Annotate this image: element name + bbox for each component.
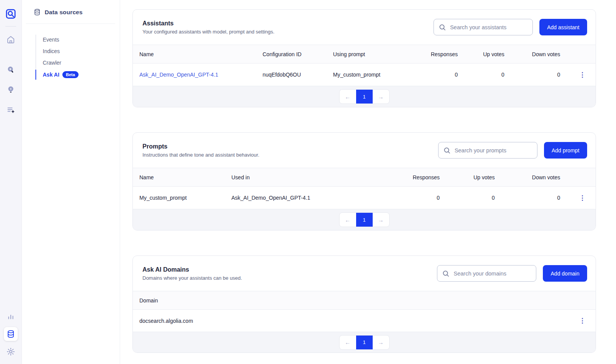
sidebar-item-label: Crawler: [43, 60, 61, 66]
assistant-using-prompt: My_custom_prompt: [333, 72, 408, 78]
search-nav-icon[interactable]: [4, 63, 18, 77]
prompt-name: My_custom_prompt: [133, 195, 231, 201]
assistants-pagination: ← 1 →: [133, 86, 596, 107]
domains-search-box[interactable]: [437, 265, 536, 282]
assistant-name-link[interactable]: Ask_AI_Demo_OpenAI_GPT-4.1: [139, 72, 218, 78]
assistants-search-box[interactable]: [434, 19, 533, 35]
prompts-card-header: Prompts Instructions that define tone an…: [133, 133, 596, 168]
prompts-subtitle: Instructions that define tone and assist…: [142, 152, 259, 158]
sidebar-divider: [26, 23, 115, 24]
enrichment-list-plus-icon[interactable]: [4, 103, 18, 117]
domains-search-input[interactable]: [454, 270, 531, 277]
prompts-title: Prompts: [142, 143, 259, 150]
sidebar-nav: Events Indices Crawler Ask AI Beta: [35, 34, 120, 81]
column-header: Up votes: [459, 51, 506, 57]
sidebar-header: Data sources: [22, 8, 120, 16]
column-header: Configuration ID: [263, 51, 333, 57]
column-header: Down votes: [506, 51, 562, 57]
algolia-logo[interactable]: [4, 7, 18, 21]
next-page-arrow-icon[interactable]: →: [373, 90, 389, 104]
assistants-card-header: Assistants Your configured assistants wi…: [133, 10, 596, 45]
rail-middle-group: [4, 63, 18, 117]
domains-subtitle: Domains where your assistants can be use…: [142, 275, 242, 281]
table-row: Ask_AI_Demo_OpenAI_GPT-4.1 nuqEfdobQ6OU …: [133, 63, 596, 86]
assistant-down-votes: 0: [506, 72, 562, 78]
prompts-card: Prompts Instructions that define tone an…: [132, 132, 596, 230]
column-header: Name: [133, 174, 231, 180]
search-icon: [439, 23, 446, 31]
add-prompt-button[interactable]: Add prompt: [544, 142, 587, 159]
sidebar-item-label: Indices: [43, 48, 60, 54]
table-row: docsearch.algolia.com ⋮: [133, 310, 596, 332]
column-header: Up votes: [441, 174, 496, 180]
sidebar-title: Data sources: [45, 9, 83, 16]
domains-card: Ask AI Domains Domains where your assist…: [132, 255, 596, 353]
sidebar-item-indices[interactable]: Indices: [35, 45, 120, 57]
prompts-pagination: ← 1 →: [133, 209, 596, 230]
assistants-title: Assistants: [142, 20, 275, 27]
algolia-logo-icon: [5, 8, 17, 20]
current-page-button[interactable]: 1: [356, 336, 373, 349]
previous-page-arrow-icon[interactable]: ←: [340, 336, 356, 349]
home-icon[interactable]: [4, 33, 18, 47]
assistants-card: Assistants Your configured assistants wi…: [132, 9, 596, 107]
prompts-table-header: Name Used in Responses Up votes Down vot…: [133, 168, 596, 187]
assistants-table-header: Name Configuration ID Using prompt Respo…: [133, 45, 596, 63]
search-icon: [442, 270, 450, 277]
table-row: My_custom_prompt Ask_AI_Demo_OpenAI_GPT-…: [133, 187, 596, 209]
search-icon: [443, 147, 451, 154]
rail-divider: [5, 26, 16, 27]
domains-card-header: Ask AI Domains Domains where your assist…: [133, 256, 596, 291]
sidebar: Data sources Events Indices Crawler Ask …: [22, 0, 120, 364]
current-page-button[interactable]: 1: [356, 213, 373, 227]
recommend-lightbulb-icon[interactable]: [4, 83, 18, 97]
column-header: Responses: [408, 51, 459, 57]
row-actions-kebab-icon[interactable]: ⋮: [579, 72, 586, 78]
sidebar-item-label: Events: [43, 37, 59, 43]
main-content: Assistants Your configured assistants wi…: [120, 0, 616, 364]
beta-badge: Beta: [62, 71, 79, 78]
column-header: Name: [133, 51, 263, 57]
add-domain-button[interactable]: Add domain: [543, 265, 587, 282]
add-assistant-button[interactable]: Add assistant: [539, 19, 587, 35]
assistants-subtitle: Your configured assistants with model, p…: [142, 29, 275, 35]
prompt-used-in: Ask_AI_Demo_OpenAI_GPT-4.1: [231, 195, 390, 201]
sidebar-item-crawler[interactable]: Crawler: [35, 57, 120, 68]
next-page-arrow-icon[interactable]: →: [373, 213, 389, 227]
previous-page-arrow-icon[interactable]: ←: [340, 213, 356, 227]
column-header: Down votes: [496, 174, 562, 180]
analytics-bar-chart-icon[interactable]: [4, 309, 18, 323]
sidebar-item-events[interactable]: Events: [35, 34, 120, 45]
domains-title: Ask AI Domains: [142, 266, 242, 273]
previous-page-arrow-icon[interactable]: ←: [340, 90, 356, 104]
settings-gear-icon[interactable]: [4, 345, 18, 359]
sidebar-item-label: Ask AI: [43, 72, 59, 78]
domains-pagination: ← 1 →: [133, 332, 596, 352]
column-header: Responses: [390, 174, 441, 180]
row-actions-kebab-icon[interactable]: ⋮: [579, 317, 586, 324]
column-header: Domain: [133, 297, 562, 304]
prompt-down-votes: 0: [496, 195, 562, 201]
assistants-search-input[interactable]: [450, 24, 528, 30]
sidebar-item-ask-ai[interactable]: Ask AI Beta: [35, 68, 120, 81]
assistant-responses: 0: [408, 72, 459, 78]
next-page-arrow-icon[interactable]: →: [373, 336, 389, 349]
domain-name: docsearch.algolia.com: [133, 318, 562, 324]
prompt-responses: 0: [390, 195, 441, 201]
data-sources-database-icon[interactable]: [4, 327, 18, 341]
assistant-configuration-id: nuqEfdobQ6OU: [263, 72, 333, 78]
prompts-search-input[interactable]: [455, 147, 532, 154]
prompts-search-box[interactable]: [438, 142, 537, 159]
column-header: Used in: [231, 174, 390, 180]
prompt-up-votes: 0: [441, 195, 496, 201]
domains-table-header: Domain: [133, 291, 596, 310]
current-page-button[interactable]: 1: [356, 90, 373, 104]
column-header: Using prompt: [333, 51, 408, 57]
row-actions-kebab-icon[interactable]: ⋮: [579, 195, 586, 201]
app-rail: [0, 0, 22, 364]
database-icon: [33, 8, 41, 16]
assistant-up-votes: 0: [459, 72, 506, 78]
rail-bottom-group: [4, 309, 18, 359]
